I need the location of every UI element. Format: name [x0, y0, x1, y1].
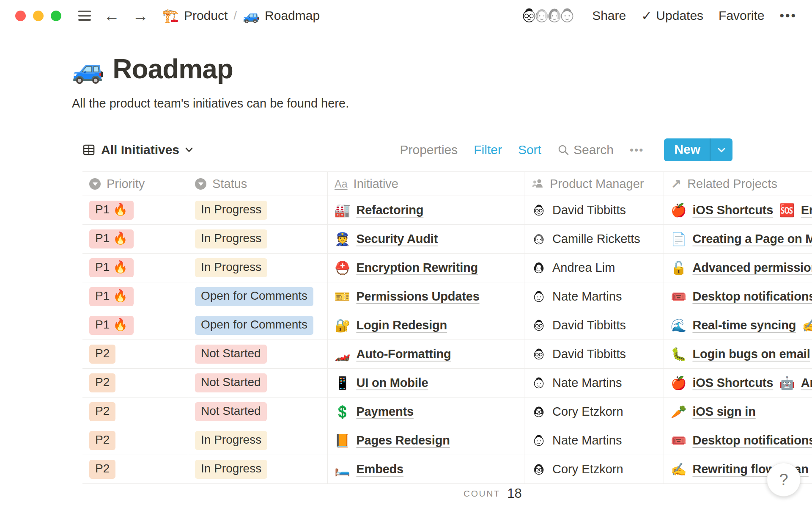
- related-page-link[interactable]: 🔓Advanced permissions: [671, 260, 812, 275]
- person-chip[interactable]: David Tibbitts: [531, 203, 626, 218]
- breadcrumb-item-product[interactable]: 🏗️ Product: [162, 8, 228, 24]
- status-cell[interactable]: Not Started: [188, 369, 328, 397]
- status-badge[interactable]: In Progress: [195, 460, 267, 478]
- new-button-label[interactable]: New: [664, 138, 710, 161]
- person-chip[interactable]: David Tibbitts: [531, 347, 626, 362]
- status-badge[interactable]: Not Started: [195, 402, 267, 421]
- status-cell[interactable]: Open for Comments: [188, 311, 328, 340]
- product-manager-cell[interactable]: Cory Etzkorn: [524, 455, 664, 483]
- status-cell[interactable]: In Progress: [188, 225, 328, 253]
- person-chip[interactable]: Nate Martins: [531, 433, 622, 448]
- product-manager-cell[interactable]: Andrea Lim: [524, 254, 664, 282]
- table-row[interactable]: P2Not Started📱UI on MobileNate Martins🍎i…: [82, 369, 812, 398]
- initiative-cell[interactable]: 🏎️Auto-Formatting: [328, 340, 524, 368]
- initiative-cell[interactable]: 🔐Login Redesign: [328, 311, 524, 340]
- table-row[interactable]: P2Not Started💲PaymentsCory Etzkorn🥕iOS s…: [82, 398, 812, 426]
- initiative-page-link[interactable]: 📙Pages Redesign: [335, 433, 450, 448]
- related-projects-cell[interactable]: 📄Creating a Page on Mobile: [664, 225, 812, 253]
- status-cell[interactable]: Not Started: [188, 340, 328, 368]
- priority-cell[interactable]: P1 🔥: [82, 254, 188, 282]
- status-cell[interactable]: Not Started: [188, 398, 328, 426]
- priority-badge[interactable]: P2: [89, 402, 115, 421]
- initiative-cell[interactable]: 🛏️Embeds: [328, 455, 524, 483]
- status-cell[interactable]: In Progress: [188, 455, 328, 483]
- more-options-icon[interactable]: •••: [779, 8, 797, 23]
- status-cell[interactable]: In Progress: [188, 254, 328, 282]
- priority-cell[interactable]: P1 🔥: [82, 282, 188, 311]
- initiative-page-link[interactable]: 🎫Permissions Updates: [335, 289, 480, 304]
- product-manager-cell[interactable]: Nate Martins: [524, 369, 664, 397]
- priority-badge[interactable]: P2: [89, 345, 115, 363]
- table-row[interactable]: P1 🔥Open for Comments🔐Login RedesignDavi…: [82, 311, 812, 340]
- zoom-window-button[interactable]: [51, 11, 61, 21]
- status-cell[interactable]: In Progress: [188, 426, 328, 455]
- product-manager-cell[interactable]: David Tibbitts: [524, 340, 664, 368]
- status-badge[interactable]: Open for Comments: [195, 316, 313, 334]
- priority-cell[interactable]: P1 🔥: [82, 225, 188, 253]
- priority-cell[interactable]: P2: [82, 398, 188, 426]
- favorite-button[interactable]: Favorite: [719, 8, 764, 23]
- blue-car-page-icon[interactable]: 🚙: [72, 54, 104, 85]
- priority-badge[interactable]: P1 🔥: [89, 316, 134, 334]
- priority-badge[interactable]: P2: [89, 373, 115, 392]
- table-row[interactable]: P1 🔥In Progress🏭RefactoringDavid Tibbitt…: [82, 196, 812, 225]
- forward-icon[interactable]: →: [132, 8, 148, 24]
- initiative-page-link[interactable]: ⛑️Encryption Rewriting: [335, 260, 478, 275]
- close-window-button[interactable]: [15, 11, 26, 21]
- collaborator-avatar[interactable]: [557, 6, 577, 25]
- related-projects-cell[interactable]: 🌊Real-time syncing✍️: [664, 311, 812, 340]
- related-projects-cell[interactable]: 🍎iOS Shortcuts🆘Errors: [664, 196, 812, 224]
- initiative-page-link[interactable]: 🏎️Auto-Formatting: [335, 347, 451, 362]
- related-page-link[interactable]: 🍎iOS Shortcuts: [671, 203, 773, 218]
- related-projects-cell[interactable]: 🎟️Desktop notifications: [664, 282, 812, 311]
- person-chip[interactable]: Nate Martins: [531, 375, 622, 391]
- priority-badge[interactable]: P1 🔥: [89, 201, 134, 219]
- priority-cell[interactable]: P2: [82, 426, 188, 455]
- person-chip[interactable]: Camille Ricketts: [531, 232, 640, 247]
- table-row[interactable]: P1 🔥In Progress👮Security AuditCamille Ri…: [82, 225, 812, 254]
- table-row[interactable]: P1 🔥In Progress⛑️Encryption RewritingAnd…: [82, 254, 812, 282]
- search-button[interactable]: Search: [557, 143, 614, 157]
- help-button[interactable]: ?: [767, 463, 801, 497]
- column-header-related-projects[interactable]: ↗Related Projects: [664, 172, 812, 196]
- initiative-cell[interactable]: 📱UI on Mobile: [328, 369, 524, 397]
- priority-badge[interactable]: P2: [89, 431, 115, 450]
- priority-badge[interactable]: P1 🔥: [89, 229, 134, 248]
- status-badge[interactable]: In Progress: [195, 258, 267, 277]
- related-projects-cell[interactable]: 🥕iOS sign in: [664, 398, 812, 426]
- status-badge[interactable]: In Progress: [195, 229, 267, 248]
- related-page-link[interactable]: ✍️Rewriting flow: [671, 462, 775, 477]
- priority-cell[interactable]: P1 🔥: [82, 196, 188, 224]
- view-more-options-icon[interactable]: •••: [630, 144, 644, 157]
- breadcrumb-item-roadmap[interactable]: 🚙 Roadmap: [243, 8, 320, 24]
- initiative-page-link[interactable]: 🛏️Embeds: [335, 462, 403, 477]
- related-page-link[interactable]: 🆘Errors: [779, 203, 812, 218]
- sort-button[interactable]: Sort: [518, 143, 541, 157]
- status-badge[interactable]: Not Started: [195, 373, 267, 392]
- share-button[interactable]: Share: [592, 8, 626, 23]
- person-chip[interactable]: Cory Etzkorn: [531, 404, 623, 420]
- initiative-cell[interactable]: 🎫Permissions Updates: [328, 282, 524, 311]
- new-record-button[interactable]: New: [664, 138, 732, 161]
- related-page-link[interactable]: 🍎iOS Shortcuts: [671, 375, 773, 390]
- minimize-window-button[interactable]: [33, 11, 44, 21]
- updates-button[interactable]: ✓ Updates: [641, 8, 703, 23]
- initiative-page-link[interactable]: 💲Payments: [335, 404, 414, 419]
- column-header-status[interactable]: Status: [188, 172, 328, 196]
- product-manager-cell[interactable]: David Tibbitts: [524, 196, 664, 224]
- initiative-cell[interactable]: 📙Pages Redesign: [328, 426, 524, 455]
- product-manager-cell[interactable]: Cory Etzkorn: [524, 398, 664, 426]
- person-chip[interactable]: Andrea Lim: [531, 260, 615, 276]
- product-manager-cell[interactable]: Camille Ricketts: [524, 225, 664, 253]
- status-badge[interactable]: In Progress: [195, 201, 267, 219]
- priority-cell[interactable]: P2: [82, 369, 188, 397]
- priority-badge[interactable]: P1 🔥: [89, 258, 134, 277]
- related-page-link[interactable]: 🌊Real-time syncing: [671, 318, 796, 333]
- column-header-priority[interactable]: Priority: [82, 172, 188, 196]
- view-switcher[interactable]: All Initiatives: [82, 143, 193, 157]
- status-badge[interactable]: Not Started: [195, 345, 267, 363]
- initiative-page-link[interactable]: 👮Security Audit: [335, 232, 438, 246]
- priority-badge[interactable]: P1 🔥: [89, 287, 134, 306]
- sidebar-toggle-icon[interactable]: [78, 11, 91, 21]
- initiative-page-link[interactable]: 🔐Login Redesign: [335, 318, 447, 333]
